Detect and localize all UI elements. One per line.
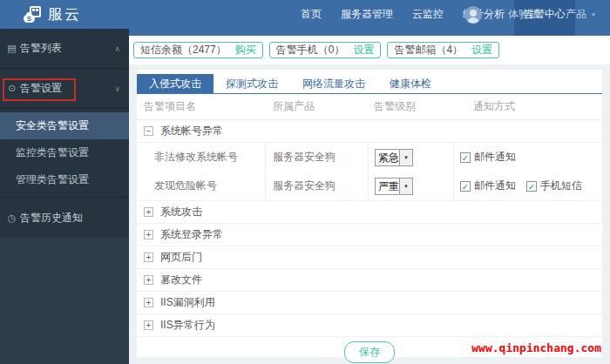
tab-health-check[interactable]: 健康体检: [377, 74, 444, 93]
content-panel: 入侵式攻击 探测式攻击 网络流量攻击 健康体检 告警项目名 所属产品 告警级别 …: [137, 70, 602, 357]
group-row-system-attack[interactable]: + 系统攻击: [137, 201, 602, 224]
expand-icon[interactable]: +: [144, 320, 153, 330]
sidebar-item-label: 告警历史通知: [20, 211, 83, 226]
set-phone-link[interactable]: 设置: [353, 43, 374, 57]
sms-balance-label: 短信余额（2477）: [140, 43, 227, 57]
sidebar-item-label: 告警设置: [20, 81, 62, 96]
sidebar-item-alert-settings[interactable]: ⊙ 告警设置 ∨: [0, 69, 129, 109]
chevron-up-icon: ∧: [114, 44, 120, 53]
brand[interactable]: S 服云: [24, 0, 81, 29]
tab-probe-attack[interactable]: 探测式攻击: [214, 74, 290, 93]
user-avatar[interactable]: [464, 6, 482, 24]
group-row-file-tamper[interactable]: + 篡改文件: [137, 269, 602, 292]
group-row-web-backdoor[interactable]: + 网页后门: [137, 246, 602, 269]
navbar-right: ▼ 体验版 ▼ 产品 ▼: [464, 0, 603, 36]
collapse-icon[interactable]: −: [144, 126, 153, 136]
col-header-notify: 通知方式: [454, 94, 602, 119]
buy-sms-link[interactable]: 购买: [235, 43, 256, 57]
col-header-item-name: 告警项目名: [137, 94, 266, 119]
sidebar-item-security-alerts[interactable]: 安全类告警设置: [0, 112, 129, 139]
nav-link-products[interactable]: 产品: [566, 7, 586, 22]
topbar-info-strip: 短信余额（2477） 购买 告警手机（0） 设置 告警邮箱（4） 设置: [129, 36, 610, 64]
group-children: 非法修改系统帐号 服务器安全狗 紧急 ▼ ✓ 邮件通知 发现危险帐号 服务器安全…: [137, 143, 602, 201]
sidebar-item-alert-list[interactable]: ▤ 告警列表 ∧: [0, 29, 129, 69]
group-row-login-anomaly[interactable]: + 系统登录异常: [137, 224, 602, 246]
sidebar-submenu: 安全类告警设置 监控类告警设置 管理类告警设置: [0, 109, 129, 198]
products-caret-icon: ▼: [591, 12, 596, 17]
email-notify-checkbox[interactable]: ✓: [460, 181, 471, 192]
select-arrow-icon[interactable]: ▼: [399, 179, 412, 194]
sidebar-item-monitor-alerts[interactable]: 监控类告警设置: [0, 139, 129, 166]
expand-icon[interactable]: +: [144, 207, 153, 217]
attack-type-tabs: 入侵式攻击 探测式攻击 网络流量攻击 健康体检: [137, 74, 602, 94]
tab-intrusion-attack[interactable]: 入侵式攻击: [137, 74, 214, 93]
alert-item-name: 非法修改系统帐号: [137, 143, 266, 172]
history-icon: ◷: [7, 212, 17, 224]
settings-icon: ⊙: [7, 83, 17, 94]
col-header-level: 告警级别: [369, 94, 454, 119]
alert-email-box: 告警邮箱（4） 设置: [387, 42, 499, 58]
brand-name: 服云: [48, 4, 81, 24]
sidebar-item-management-alerts[interactable]: 管理类告警设置: [0, 166, 129, 193]
level-select[interactable]: 紧急 ▼: [375, 149, 413, 166]
expand-icon[interactable]: +: [144, 275, 153, 285]
sidebar: ▤ 告警列表 ∧ ⊙ 告警设置 ∨ 安全类告警设置 监控类告警设置 管理类告警设…: [0, 29, 129, 364]
select-arrow-icon[interactable]: ▼: [399, 150, 412, 165]
alert-phone-label: 告警手机（0）: [276, 43, 345, 57]
expand-icon[interactable]: +: [144, 253, 153, 262]
list-icon: ▤: [7, 43, 17, 54]
sidebar-menu: ▤ 告警列表 ∧ ⊙ 告警设置 ∨ 安全类告警设置 监控类告警设置 管理类告警设…: [0, 29, 129, 238]
group-row-system-account[interactable]: − 系统帐号异常: [137, 120, 602, 143]
alert-product: 服务器安全狗: [266, 143, 369, 172]
sms-notify-checkbox[interactable]: ✓: [526, 181, 537, 192]
save-button[interactable]: 保存: [344, 341, 395, 363]
col-header-product: 所属产品: [266, 94, 369, 119]
chevron-down-icon: ∨: [114, 84, 120, 93]
level-select[interactable]: 严重 ▼: [375, 178, 413, 195]
nav-link-trial[interactable]: 体验版: [508, 7, 539, 22]
expand-icon[interactable]: +: [144, 230, 153, 239]
alert-product: 服务器安全狗: [266, 172, 369, 200]
tab-network-traffic-attack[interactable]: 网络流量攻击: [290, 74, 377, 93]
email-notify-checkbox[interactable]: ✓: [460, 152, 471, 163]
nav-item-home[interactable]: 首页: [291, 0, 331, 36]
alert-item-name: 发现危险帐号: [137, 172, 266, 200]
expand-icon[interactable]: +: [144, 298, 153, 307]
group-row-iis-exploit[interactable]: + IIS漏洞利用: [137, 292, 602, 314]
set-email-link[interactable]: 设置: [471, 43, 492, 57]
table-row: 非法修改系统帐号 服务器安全狗 紧急 ▼ ✓ 邮件通知: [137, 143, 602, 172]
alert-email-label: 告警邮箱（4）: [394, 43, 463, 57]
nav-item-cloud-monitor[interactable]: 云监控: [403, 0, 453, 36]
sidebar-item-alert-history[interactable]: ◷ 告警历史通知: [0, 198, 129, 238]
group-row-iis-anomaly[interactable]: + IIS异常行为: [137, 314, 602, 337]
trial-caret-icon: ▼: [544, 12, 549, 17]
site-watermark: www.qinpinchang.com: [471, 341, 601, 354]
sms-balance-box: 短信余额（2477） 购买: [133, 42, 263, 58]
cloud-logo-icon: S: [24, 6, 42, 23]
table-header: 告警项目名 所属产品 告警级别 通知方式: [137, 94, 602, 120]
avatar-caret-icon: ▼: [486, 12, 491, 17]
table-row: 发现危险帐号 服务器安全狗 严重 ▼ ✓ 邮件通知 ✓ 手机短信: [137, 172, 602, 200]
alert-phone-box: 告警手机（0） 设置: [269, 42, 382, 58]
nav-item-server-mgmt[interactable]: 服务器管理: [331, 0, 403, 36]
sidebar-item-label: 告警列表: [20, 41, 62, 56]
